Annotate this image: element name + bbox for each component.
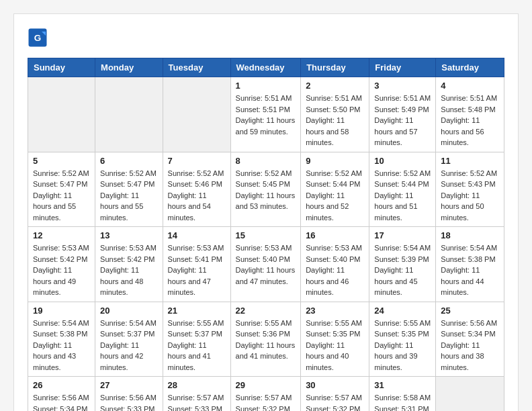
day-info: Sunrise: 5:53 AM Sunset: 5:41 PM Dayligh… bbox=[168, 242, 226, 298]
day-info: Sunrise: 5:54 AM Sunset: 5:38 PM Dayligh… bbox=[33, 318, 90, 373]
weekday-header: Thursday bbox=[301, 58, 369, 77]
calendar-day: 22Sunrise: 5:55 AM Sunset: 5:36 PM Dayli… bbox=[230, 302, 301, 377]
calendar-day: 25Sunrise: 5:56 AM Sunset: 5:34 PM Dayli… bbox=[436, 302, 504, 377]
day-number: 17 bbox=[374, 230, 431, 240]
calendar-container: G SundayMondayTuesdayWednesdayThursdayFr… bbox=[13, 13, 519, 411]
day-number: 25 bbox=[441, 306, 499, 316]
day-info: Sunrise: 5:53 AM Sunset: 5:40 PM Dayligh… bbox=[306, 242, 364, 298]
weekday-header: Tuesday bbox=[163, 58, 230, 77]
calendar-day: 20Sunrise: 5:54 AM Sunset: 5:37 PM Dayli… bbox=[95, 302, 163, 377]
day-info: Sunrise: 5:53 AM Sunset: 5:42 PM Dayligh… bbox=[100, 242, 157, 298]
day-info: Sunrise: 5:53 AM Sunset: 5:42 PM Dayligh… bbox=[33, 242, 90, 298]
day-number: 11 bbox=[441, 156, 499, 166]
calendar-day: 29Sunrise: 5:57 AM Sunset: 5:32 PM Dayli… bbox=[230, 377, 301, 412]
calendar-day: 26Sunrise: 5:56 AM Sunset: 5:34 PM Dayli… bbox=[28, 377, 95, 412]
day-info: Sunrise: 5:55 AM Sunset: 5:36 PM Dayligh… bbox=[236, 318, 296, 362]
logo: G bbox=[28, 28, 50, 48]
week-row: 5Sunrise: 5:52 AM Sunset: 5:47 PM Daylig… bbox=[28, 152, 504, 227]
day-info: Sunrise: 5:52 AM Sunset: 5:46 PM Dayligh… bbox=[168, 168, 226, 224]
day-info: Sunrise: 5:51 AM Sunset: 5:50 PM Dayligh… bbox=[306, 93, 364, 148]
calendar-day: 4Sunrise: 5:51 AM Sunset: 5:48 PM Daylig… bbox=[436, 77, 504, 152]
day-number: 16 bbox=[306, 230, 364, 240]
calendar-day: 2Sunrise: 5:51 AM Sunset: 5:50 PM Daylig… bbox=[301, 77, 369, 152]
day-number: 28 bbox=[168, 380, 226, 390]
weekday-header: Sunday bbox=[28, 58, 95, 77]
calendar-day: 10Sunrise: 5:52 AM Sunset: 5:44 PM Dayli… bbox=[369, 152, 436, 227]
calendar-day: 15Sunrise: 5:53 AM Sunset: 5:40 PM Dayli… bbox=[230, 227, 301, 302]
weekday-header: Friday bbox=[369, 58, 436, 77]
day-info: Sunrise: 5:52 AM Sunset: 5:47 PM Dayligh… bbox=[100, 168, 157, 224]
day-number: 29 bbox=[236, 380, 296, 390]
calendar-day: 12Sunrise: 5:53 AM Sunset: 5:42 PM Dayli… bbox=[28, 227, 95, 302]
calendar-day: 5Sunrise: 5:52 AM Sunset: 5:47 PM Daylig… bbox=[28, 152, 95, 227]
logo-icon: G bbox=[28, 28, 48, 48]
calendar-day: 3Sunrise: 5:51 AM Sunset: 5:49 PM Daylig… bbox=[369, 77, 436, 152]
day-info: Sunrise: 5:56 AM Sunset: 5:34 PM Dayligh… bbox=[441, 318, 499, 373]
day-info: Sunrise: 5:54 AM Sunset: 5:37 PM Dayligh… bbox=[100, 318, 157, 373]
calendar-day: 28Sunrise: 5:57 AM Sunset: 5:33 PM Dayli… bbox=[163, 377, 230, 412]
day-number: 22 bbox=[236, 306, 296, 316]
day-number: 26 bbox=[33, 380, 90, 390]
svg-text:G: G bbox=[34, 33, 42, 43]
week-row: 26Sunrise: 5:56 AM Sunset: 5:34 PM Dayli… bbox=[28, 377, 504, 412]
day-info: Sunrise: 5:57 AM Sunset: 5:32 PM Dayligh… bbox=[306, 392, 364, 411]
day-number: 30 bbox=[306, 380, 364, 390]
week-row: 1Sunrise: 5:51 AM Sunset: 5:51 PM Daylig… bbox=[28, 77, 504, 152]
day-number: 31 bbox=[374, 380, 431, 390]
day-info: Sunrise: 5:56 AM Sunset: 5:34 PM Dayligh… bbox=[33, 392, 90, 411]
day-info: Sunrise: 5:52 AM Sunset: 5:45 PM Dayligh… bbox=[236, 168, 296, 212]
calendar-day: 16Sunrise: 5:53 AM Sunset: 5:40 PM Dayli… bbox=[301, 227, 369, 302]
day-number: 7 bbox=[168, 156, 226, 166]
calendar-day: 30Sunrise: 5:57 AM Sunset: 5:32 PM Dayli… bbox=[301, 377, 369, 412]
day-number: 27 bbox=[100, 380, 157, 390]
calendar-day: 23Sunrise: 5:55 AM Sunset: 5:35 PM Dayli… bbox=[301, 302, 369, 377]
day-info: Sunrise: 5:54 AM Sunset: 5:39 PM Dayligh… bbox=[374, 242, 431, 298]
day-number: 9 bbox=[306, 156, 364, 166]
calendar-day: 17Sunrise: 5:54 AM Sunset: 5:39 PM Dayli… bbox=[369, 227, 436, 302]
weekday-header: Wednesday bbox=[230, 58, 301, 77]
day-number: 13 bbox=[100, 230, 157, 240]
day-number: 12 bbox=[33, 230, 90, 240]
day-info: Sunrise: 5:51 AM Sunset: 5:51 PM Dayligh… bbox=[236, 93, 296, 137]
calendar-day: 24Sunrise: 5:55 AM Sunset: 5:35 PM Dayli… bbox=[369, 302, 436, 377]
calendar-day: 6Sunrise: 5:52 AM Sunset: 5:47 PM Daylig… bbox=[95, 152, 163, 227]
calendar-day: 19Sunrise: 5:54 AM Sunset: 5:38 PM Dayli… bbox=[28, 302, 95, 377]
day-number: 14 bbox=[168, 230, 226, 240]
day-number: 18 bbox=[441, 230, 499, 240]
day-number: 1 bbox=[236, 81, 296, 91]
week-row: 19Sunrise: 5:54 AM Sunset: 5:38 PM Dayli… bbox=[28, 302, 504, 377]
calendar-day bbox=[95, 77, 163, 152]
calendar-day: 7Sunrise: 5:52 AM Sunset: 5:46 PM Daylig… bbox=[163, 152, 230, 227]
day-number: 23 bbox=[306, 306, 364, 316]
day-info: Sunrise: 5:57 AM Sunset: 5:33 PM Dayligh… bbox=[168, 392, 226, 411]
day-info: Sunrise: 5:51 AM Sunset: 5:49 PM Dayligh… bbox=[374, 93, 431, 148]
day-info: Sunrise: 5:52 AM Sunset: 5:43 PM Dayligh… bbox=[441, 168, 499, 224]
calendar-day: 27Sunrise: 5:56 AM Sunset: 5:33 PM Dayli… bbox=[95, 377, 163, 412]
week-row: 12Sunrise: 5:53 AM Sunset: 5:42 PM Dayli… bbox=[28, 227, 504, 302]
day-info: Sunrise: 5:56 AM Sunset: 5:33 PM Dayligh… bbox=[100, 392, 157, 411]
day-number: 10 bbox=[374, 156, 431, 166]
day-number: 3 bbox=[374, 81, 431, 91]
day-info: Sunrise: 5:55 AM Sunset: 5:37 PM Dayligh… bbox=[168, 318, 226, 373]
calendar-day: 8Sunrise: 5:52 AM Sunset: 5:45 PM Daylig… bbox=[230, 152, 301, 227]
day-number: 2 bbox=[306, 81, 364, 91]
day-info: Sunrise: 5:57 AM Sunset: 5:32 PM Dayligh… bbox=[236, 392, 296, 411]
day-info: Sunrise: 5:55 AM Sunset: 5:35 PM Dayligh… bbox=[374, 318, 431, 373]
calendar-day: 18Sunrise: 5:54 AM Sunset: 5:38 PM Dayli… bbox=[436, 227, 504, 302]
weekday-header-row: SundayMondayTuesdayWednesdayThursdayFrid… bbox=[28, 58, 504, 77]
day-number: 8 bbox=[236, 156, 296, 166]
calendar-day: 31Sunrise: 5:58 AM Sunset: 5:31 PM Dayli… bbox=[369, 377, 436, 412]
day-number: 5 bbox=[33, 156, 90, 166]
calendar-day: 9Sunrise: 5:52 AM Sunset: 5:44 PM Daylig… bbox=[301, 152, 369, 227]
day-number: 24 bbox=[374, 306, 431, 316]
calendar-day bbox=[163, 77, 230, 152]
day-number: 20 bbox=[100, 306, 157, 316]
calendar-day: 13Sunrise: 5:53 AM Sunset: 5:42 PM Dayli… bbox=[95, 227, 163, 302]
day-info: Sunrise: 5:53 AM Sunset: 5:40 PM Dayligh… bbox=[236, 242, 296, 287]
day-number: 21 bbox=[168, 306, 226, 316]
day-info: Sunrise: 5:52 AM Sunset: 5:44 PM Dayligh… bbox=[306, 168, 364, 224]
day-info: Sunrise: 5:51 AM Sunset: 5:48 PM Dayligh… bbox=[441, 93, 499, 148]
day-number: 19 bbox=[33, 306, 90, 316]
calendar-day: 11Sunrise: 5:52 AM Sunset: 5:43 PM Dayli… bbox=[436, 152, 504, 227]
weekday-header: Monday bbox=[95, 58, 163, 77]
